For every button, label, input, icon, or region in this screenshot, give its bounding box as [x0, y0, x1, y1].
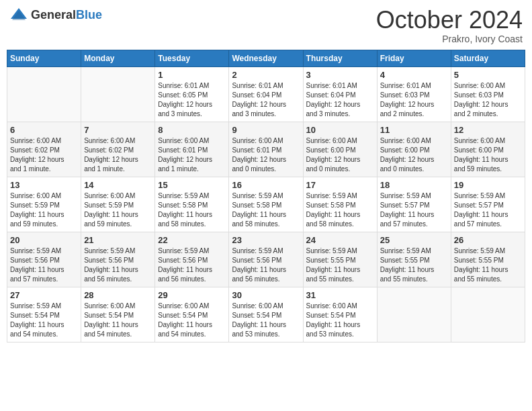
day-number: 24	[306, 235, 374, 245]
day-info: Sunrise: 6:01 AM Sunset: 6:04 PM Dayligh…	[306, 81, 374, 119]
day-number: 8	[158, 125, 226, 135]
day-number: 27	[10, 290, 78, 300]
calendar-day-cell: 11Sunrise: 6:00 AM Sunset: 6:00 PM Dayli…	[377, 122, 451, 177]
day-info: Sunrise: 6:00 AM Sunset: 5:59 PM Dayligh…	[10, 191, 78, 229]
title-area: October 2024 Prakro, Ivory Coast	[376, 7, 523, 44]
day-info: Sunrise: 6:00 AM Sunset: 6:00 PM Dayligh…	[454, 136, 522, 174]
day-info: Sunrise: 6:01 AM Sunset: 6:05 PM Dayligh…	[158, 81, 226, 119]
day-number: 26	[454, 235, 522, 245]
calendar-day-cell: 22Sunrise: 5:59 AM Sunset: 5:56 PM Dayli…	[155, 232, 229, 287]
day-info: Sunrise: 6:00 AM Sunset: 6:00 PM Dayligh…	[380, 136, 448, 174]
day-info: Sunrise: 6:00 AM Sunset: 6:00 PM Dayligh…	[306, 136, 374, 174]
page-header: GeneralBlue October 2024 Prakro, Ivory C…	[7, 7, 525, 44]
calendar-day-cell: 19Sunrise: 5:59 AM Sunset: 5:57 PM Dayli…	[451, 177, 525, 232]
calendar-day-cell: 17Sunrise: 5:59 AM Sunset: 5:58 PM Dayli…	[303, 177, 377, 232]
day-number: 21	[84, 235, 152, 245]
calendar-day-cell: 31Sunrise: 6:00 AM Sunset: 5:54 PM Dayli…	[303, 287, 377, 342]
day-number: 1	[158, 70, 226, 80]
day-info: Sunrise: 6:00 AM Sunset: 6:01 PM Dayligh…	[232, 136, 300, 174]
calendar-day-cell: 28Sunrise: 6:00 AM Sunset: 5:54 PM Dayli…	[81, 287, 155, 342]
calendar-day-cell	[451, 287, 525, 342]
day-number: 14	[84, 180, 152, 190]
day-number: 25	[380, 235, 448, 245]
logo-icon	[9, 7, 28, 23]
calendar-day-cell: 12Sunrise: 6:00 AM Sunset: 6:00 PM Dayli…	[451, 122, 525, 177]
calendar-day-cell	[81, 66, 155, 122]
day-number: 16	[232, 180, 300, 190]
day-info: Sunrise: 6:01 AM Sunset: 6:04 PM Dayligh…	[232, 81, 300, 119]
calendar-day-cell: 9Sunrise: 6:00 AM Sunset: 6:01 PM Daylig…	[229, 122, 303, 177]
calendar-day-cell: 14Sunrise: 6:00 AM Sunset: 5:59 PM Dayli…	[81, 177, 155, 232]
day-number: 20	[10, 235, 78, 245]
calendar-header-row: SundayMondayTuesdayWednesdayThursdayFrid…	[7, 50, 525, 66]
weekday-header: Tuesday	[155, 50, 229, 66]
day-info: Sunrise: 5:59 AM Sunset: 5:55 PM Dayligh…	[306, 246, 374, 284]
day-info: Sunrise: 5:59 AM Sunset: 5:58 PM Dayligh…	[158, 191, 226, 229]
day-number: 6	[10, 125, 78, 135]
calendar-day-cell: 13Sunrise: 6:00 AM Sunset: 5:59 PM Dayli…	[7, 177, 81, 232]
location: Prakro, Ivory Coast	[376, 34, 523, 44]
day-number: 15	[158, 180, 226, 190]
calendar-week-row: 6Sunrise: 6:00 AM Sunset: 6:02 PM Daylig…	[7, 122, 525, 177]
weekday-header: Monday	[81, 50, 155, 66]
calendar-week-row: 20Sunrise: 5:59 AM Sunset: 5:56 PM Dayli…	[7, 232, 525, 287]
calendar-day-cell: 16Sunrise: 5:59 AM Sunset: 5:58 PM Dayli…	[229, 177, 303, 232]
day-info: Sunrise: 5:59 AM Sunset: 5:56 PM Dayligh…	[10, 246, 78, 284]
day-info: Sunrise: 6:00 AM Sunset: 5:54 PM Dayligh…	[158, 302, 226, 339]
day-number: 13	[10, 180, 78, 190]
day-number: 2	[232, 70, 300, 80]
month-title: October 2024	[376, 7, 523, 34]
calendar-day-cell: 26Sunrise: 5:59 AM Sunset: 5:55 PM Dayli…	[451, 232, 525, 287]
weekday-header: Sunday	[7, 50, 81, 66]
weekday-header: Saturday	[451, 50, 525, 66]
logo: GeneralBlue	[9, 7, 102, 23]
calendar-day-cell	[7, 66, 81, 122]
calendar-day-cell: 10Sunrise: 6:00 AM Sunset: 6:00 PM Dayli…	[303, 122, 377, 177]
calendar-day-cell: 5Sunrise: 6:00 AM Sunset: 6:03 PM Daylig…	[451, 66, 525, 122]
day-info: Sunrise: 5:59 AM Sunset: 5:58 PM Dayligh…	[306, 191, 374, 229]
calendar-day-cell: 8Sunrise: 6:00 AM Sunset: 6:01 PM Daylig…	[155, 122, 229, 177]
calendar-week-row: 27Sunrise: 5:59 AM Sunset: 5:54 PM Dayli…	[7, 287, 525, 342]
calendar-day-cell: 7Sunrise: 6:00 AM Sunset: 6:02 PM Daylig…	[81, 122, 155, 177]
day-number: 4	[380, 70, 448, 80]
day-number: 10	[306, 125, 374, 135]
calendar-day-cell: 24Sunrise: 5:59 AM Sunset: 5:55 PM Dayli…	[303, 232, 377, 287]
calendar-day-cell: 15Sunrise: 5:59 AM Sunset: 5:58 PM Dayli…	[155, 177, 229, 232]
day-info: Sunrise: 6:00 AM Sunset: 6:01 PM Dayligh…	[158, 136, 226, 174]
calendar-day-cell: 25Sunrise: 5:59 AM Sunset: 5:55 PM Dayli…	[377, 232, 451, 287]
calendar-table: SundayMondayTuesdayWednesdayThursdayFrid…	[7, 50, 525, 342]
day-number: 22	[158, 235, 226, 245]
day-number: 5	[454, 70, 522, 80]
calendar-day-cell: 23Sunrise: 5:59 AM Sunset: 5:56 PM Dayli…	[229, 232, 303, 287]
calendar-day-cell	[377, 287, 451, 342]
day-info: Sunrise: 6:00 AM Sunset: 6:02 PM Dayligh…	[10, 136, 78, 174]
day-info: Sunrise: 5:59 AM Sunset: 5:57 PM Dayligh…	[454, 191, 522, 229]
day-info: Sunrise: 5:59 AM Sunset: 5:58 PM Dayligh…	[232, 191, 300, 229]
day-number: 12	[454, 125, 522, 135]
calendar-day-cell: 18Sunrise: 5:59 AM Sunset: 5:57 PM Dayli…	[377, 177, 451, 232]
day-info: Sunrise: 5:59 AM Sunset: 5:56 PM Dayligh…	[84, 246, 152, 284]
day-info: Sunrise: 6:00 AM Sunset: 5:54 PM Dayligh…	[306, 302, 374, 339]
day-number: 19	[454, 180, 522, 190]
day-number: 23	[232, 235, 300, 245]
weekday-header: Friday	[377, 50, 451, 66]
day-info: Sunrise: 6:00 AM Sunset: 6:02 PM Dayligh…	[84, 136, 152, 174]
day-info: Sunrise: 5:59 AM Sunset: 5:57 PM Dayligh…	[380, 191, 448, 229]
day-number: 29	[158, 290, 226, 300]
day-info: Sunrise: 5:59 AM Sunset: 5:55 PM Dayligh…	[454, 246, 522, 284]
calendar-day-cell: 20Sunrise: 5:59 AM Sunset: 5:56 PM Dayli…	[7, 232, 81, 287]
day-number: 31	[306, 290, 374, 300]
calendar-day-cell: 2Sunrise: 6:01 AM Sunset: 6:04 PM Daylig…	[229, 66, 303, 122]
calendar-day-cell: 6Sunrise: 6:00 AM Sunset: 6:02 PM Daylig…	[7, 122, 81, 177]
day-info: Sunrise: 6:00 AM Sunset: 5:54 PM Dayligh…	[84, 302, 152, 339]
calendar-day-cell: 4Sunrise: 6:01 AM Sunset: 6:03 PM Daylig…	[377, 66, 451, 122]
day-info: Sunrise: 6:00 AM Sunset: 5:59 PM Dayligh…	[84, 191, 152, 229]
day-number: 7	[84, 125, 152, 135]
calendar-day-cell: 27Sunrise: 5:59 AM Sunset: 5:54 PM Dayli…	[7, 287, 81, 342]
day-number: 18	[380, 180, 448, 190]
day-number: 17	[306, 180, 374, 190]
weekday-header: Wednesday	[229, 50, 303, 66]
day-info: Sunrise: 5:59 AM Sunset: 5:56 PM Dayligh…	[232, 246, 300, 284]
day-number: 11	[380, 125, 448, 135]
day-info: Sunrise: 6:00 AM Sunset: 6:03 PM Dayligh…	[454, 81, 522, 119]
